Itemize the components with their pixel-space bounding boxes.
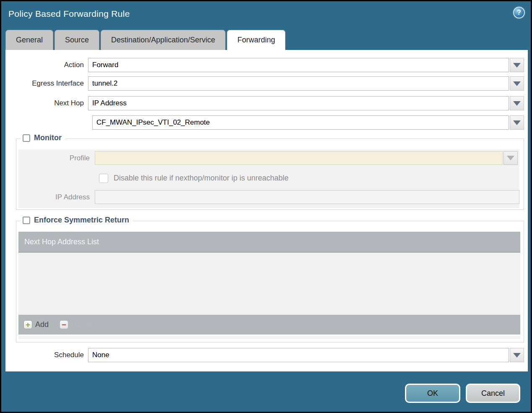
next-hop-address-row — [5, 115, 524, 130]
profile-label: Profile — [18, 154, 95, 162]
symmetric-return-legend: Enforce Symmetric Return — [21, 216, 133, 225]
action-label: Action — [5, 61, 88, 69]
ok-button[interactable]: OK — [405, 384, 460, 403]
next-hop-label: Next Hop — [5, 99, 88, 107]
monitor-checkbox[interactable] — [23, 134, 30, 142]
egress-interface-dropdown-button[interactable] — [510, 76, 524, 91]
next-hop-row: Next Hop — [5, 96, 524, 110]
symmetric-return-checkbox[interactable] — [23, 217, 30, 224]
chevron-down-icon — [513, 63, 521, 68]
disable-rule-row: Disable this rule if nexthop/monitor ip … — [18, 171, 519, 185]
disable-rule-checkbox — [99, 174, 108, 183]
schedule-label: Schedule — [5, 351, 88, 359]
chevron-down-icon — [513, 120, 521, 125]
next-hop-type-input[interactable] — [88, 96, 509, 110]
next-hop-address-input[interactable] — [92, 115, 509, 130]
chevron-down-icon — [513, 101, 521, 106]
next-hop-type-dropdown-button[interactable] — [510, 96, 524, 110]
action-dropdown-button[interactable] — [510, 58, 524, 72]
monitor-legend: Monitor — [21, 133, 65, 142]
monitor-ip-address-input — [95, 190, 519, 204]
schedule-row: Schedule — [5, 348, 524, 362]
add-button-label: Add — [35, 320, 49, 329]
table-body — [18, 253, 520, 315]
chevron-down-icon — [507, 156, 514, 160]
action-row: Action — [5, 58, 524, 72]
delete-button-label: Delete — [71, 320, 93, 329]
pbf-rule-dialog: Policy Based Forwarding Rule ? General S… — [0, 0, 532, 413]
chevron-down-icon — [513, 353, 521, 358]
add-button[interactable]: + Add — [23, 320, 49, 329]
tab-general[interactable]: General — [5, 30, 53, 50]
symmetric-return-legend-label: Enforce Symmetric Return — [34, 216, 129, 225]
plus-icon: + — [23, 320, 32, 329]
tab-source[interactable]: Source — [54, 30, 99, 50]
disable-rule-label: Disable this rule if nexthop/monitor ip … — [114, 174, 288, 183]
monitor-legend-label: Monitor — [34, 133, 62, 142]
egress-interface-label: Egress Interface — [5, 79, 88, 88]
chevron-down-icon — [513, 81, 521, 86]
table-header: Next Hop Address List — [18, 232, 520, 253]
cancel-button[interactable]: Cancel — [466, 384, 520, 403]
profile-dropdown-button — [503, 151, 518, 165]
next-hop-address-list-table: Next Hop Address List + Add − Delete — [18, 232, 520, 339]
profile-input — [95, 151, 503, 165]
forwarding-tab-panel: Action Egress Interface Next Hop — [5, 50, 528, 371]
tab-forwarding[interactable]: Forwarding — [227, 30, 285, 50]
table-scroll-strip — [18, 336, 520, 339]
tab-bar: General Source Destination/Application/S… — [5, 30, 285, 50]
monitor-group: Monitor Profile Disable this rule if nex… — [16, 139, 524, 210]
question-mark-icon: ? — [517, 9, 521, 16]
delete-button: − Delete — [60, 320, 93, 329]
monitor-ip-address-label: IP Address — [18, 193, 95, 201]
schedule-input[interactable] — [88, 348, 509, 362]
monitor-body: Profile Disable this rule if nexthop/mon… — [18, 149, 519, 208]
profile-row: Profile — [18, 151, 519, 165]
egress-interface-input[interactable] — [88, 76, 509, 91]
tab-destination-application-service[interactable]: Destination/Application/Service — [101, 30, 226, 50]
dialog-title: Policy Based Forwarding Rule — [8, 9, 130, 19]
minus-icon: − — [60, 320, 68, 329]
next-hop-address-dropdown-button[interactable] — [510, 115, 524, 130]
monitor-ip-address-row: IP Address — [18, 190, 519, 204]
action-input[interactable] — [88, 58, 509, 72]
symmetric-return-group: Enforce Symmetric Return Next Hop Addres… — [16, 221, 524, 342]
schedule-dropdown-button[interactable] — [510, 348, 524, 362]
help-button[interactable]: ? — [513, 7, 525, 18]
egress-interface-row: Egress Interface — [5, 76, 524, 91]
table-header-label: Next Hop Address List — [24, 238, 99, 246]
table-toolbar: + Add − Delete — [18, 315, 520, 335]
